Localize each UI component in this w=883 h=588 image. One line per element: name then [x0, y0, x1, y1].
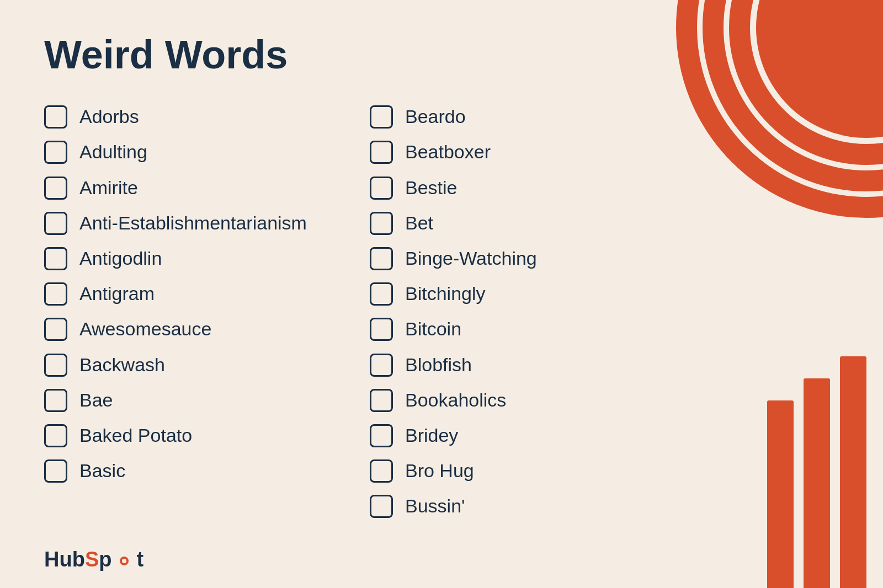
checkbox-right-3[interactable]	[370, 212, 393, 235]
word-label-left-3: Anti-Establishmentarianism	[79, 211, 307, 235]
word-label-left-9: Baked Potato	[79, 423, 192, 447]
word-label-left-5: Antigram	[79, 281, 155, 306]
word-label-right-3: Bet	[405, 211, 433, 235]
word-label-right-5: Bitchingly	[405, 281, 486, 306]
word-label-left-6: Awesomesauce	[79, 317, 211, 341]
word-label-right-9: Bridey	[405, 423, 458, 447]
word-label-left-0: Adorbs	[79, 104, 139, 129]
word-label-right-1: Beatboxer	[405, 140, 491, 164]
logo-text: HubSp t	[44, 548, 143, 571]
word-label-left-4: Antigodlin	[79, 246, 162, 270]
word-label-right-0: Beardo	[405, 104, 466, 129]
word-item-left-7: Backwash	[44, 347, 326, 382]
checkbox-right-9[interactable]	[370, 424, 393, 447]
checkbox-left-9[interactable]	[44, 424, 67, 447]
word-item-right-8: Bookaholics	[370, 382, 651, 418]
checkbox-right-8[interactable]	[370, 389, 393, 412]
word-label-right-11: Bussin'	[405, 494, 465, 518]
checkbox-left-0[interactable]	[44, 105, 67, 129]
logo-spot: S	[85, 548, 99, 571]
checkbox-right-7[interactable]	[370, 354, 393, 377]
word-item-right-7: Blobfish	[370, 347, 651, 382]
page-title: Weird Words	[44, 33, 839, 77]
word-item-left-5: Antigram	[44, 276, 326, 311]
left-column: Adorbs Adulting Amirite Anti-Establishme…	[44, 99, 326, 523]
word-item-right-0: Beardo	[370, 99, 651, 134]
word-label-right-2: Bestie	[405, 175, 458, 200]
checkbox-right-2[interactable]	[370, 177, 393, 200]
word-item-right-10: Bro Hug	[370, 453, 651, 488]
word-label-right-7: Blobfish	[405, 352, 472, 377]
word-item-left-4: Antigodlin	[44, 240, 326, 276]
logo-pot: p	[99, 548, 111, 571]
word-label-left-7: Backwash	[79, 352, 165, 377]
checkbox-right-11[interactable]	[370, 495, 393, 518]
main-content: Weird Words Adorbs Adulting Amirite Anti…	[0, 0, 883, 546]
word-item-left-10: Basic	[44, 453, 326, 488]
svg-point-5	[122, 559, 126, 563]
word-item-left-9: Baked Potato	[44, 418, 326, 453]
word-item-right-2: Bestie	[370, 170, 651, 205]
checkbox-left-4[interactable]	[44, 247, 67, 270]
word-item-left-3: Anti-Establishmentarianism	[44, 205, 326, 240]
words-grid: Adorbs Adulting Amirite Anti-Establishme…	[44, 99, 651, 523]
checkbox-right-10[interactable]	[370, 459, 393, 483]
checkbox-right-0[interactable]	[370, 105, 393, 129]
word-label-right-6: Bitcoin	[405, 317, 461, 341]
checkbox-left-2[interactable]	[44, 177, 67, 200]
logo-dot-icon	[118, 555, 130, 567]
checkbox-right-5[interactable]	[370, 282, 393, 306]
word-item-left-6: Awesomesauce	[44, 311, 326, 346]
checkbox-left-7[interactable]	[44, 354, 67, 377]
word-label-right-8: Bookaholics	[405, 388, 506, 412]
word-label-left-10: Basic	[79, 458, 125, 483]
word-item-right-1: Beatboxer	[370, 134, 651, 169]
word-item-right-5: Bitchingly	[370, 276, 651, 311]
word-item-right-3: Bet	[370, 205, 651, 240]
hubspot-logo: HubSp t	[44, 548, 143, 571]
word-label-left-8: Bae	[79, 388, 113, 412]
word-item-left-0: Adorbs	[44, 99, 326, 134]
checkbox-left-8[interactable]	[44, 389, 67, 412]
word-label-left-1: Adulting	[79, 140, 147, 164]
word-label-left-2: Amirite	[79, 175, 138, 200]
word-item-left-1: Adulting	[44, 134, 326, 169]
word-label-right-10: Bro Hug	[405, 458, 474, 483]
word-item-right-4: Binge-Watching	[370, 240, 651, 276]
word-item-left-8: Bae	[44, 382, 326, 418]
checkbox-left-1[interactable]	[44, 141, 67, 164]
checkbox-right-4[interactable]	[370, 247, 393, 270]
word-item-left-2: Amirite	[44, 170, 326, 205]
checkbox-right-1[interactable]	[370, 141, 393, 164]
checkbox-left-6[interactable]	[44, 318, 67, 341]
checkbox-left-5[interactable]	[44, 282, 67, 306]
logo-hub: Hub	[44, 548, 85, 571]
checkbox-left-10[interactable]	[44, 459, 67, 483]
word-item-right-6: Bitcoin	[370, 311, 651, 346]
logo-t: t	[137, 548, 144, 571]
word-item-right-11: Bussin'	[370, 488, 651, 523]
right-column: Beardo Beatboxer Bestie Bet Binge-Watchi…	[370, 99, 651, 523]
page-container: Weird Words Adorbs Adulting Amirite Anti…	[0, 0, 883, 588]
word-item-right-9: Bridey	[370, 418, 651, 453]
checkbox-left-3[interactable]	[44, 212, 67, 235]
word-label-right-4: Binge-Watching	[405, 246, 537, 270]
checkbox-right-6[interactable]	[370, 318, 393, 341]
